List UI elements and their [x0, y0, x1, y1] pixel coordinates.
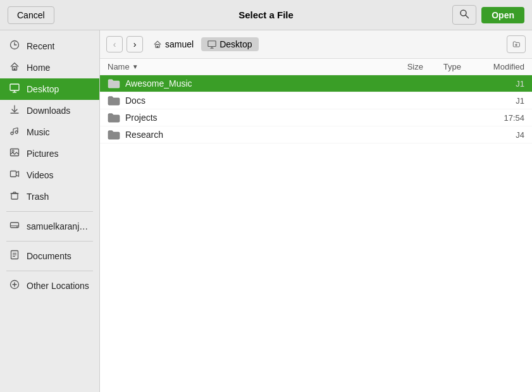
videos-icon: [9, 169, 20, 181]
main-container: Recent Home Desktop Downloads Music: [0, 30, 532, 392]
sidebar-separator-3: [6, 271, 93, 271]
sidebar-item-pictures-label: Pictures: [27, 149, 59, 159]
svg-rect-36: [157, 46, 159, 48]
column-type[interactable]: Type: [423, 62, 461, 71]
plus-icon: [9, 279, 20, 292]
svg-rect-6: [14, 68, 16, 70]
breadcrumb-home[interactable]: samuel: [147, 37, 200, 51]
file-rows-container: Awesome_Music J1 Docs J1 Projects 17:54: [100, 75, 532, 144]
sidebar-item-documents-label: Documents: [27, 251, 71, 261]
header-left: Cancel: [8, 6, 54, 24]
table-row[interactable]: Projects 17:54: [100, 109, 532, 126]
sidebar-item-videos[interactable]: Videos: [0, 164, 99, 186]
file-name: Projects: [125, 113, 158, 123]
column-modified[interactable]: Modified: [461, 62, 524, 71]
sidebar-item-other-locations-label: Other Locations: [27, 281, 89, 291]
dialog-title: Select a File: [238, 9, 294, 20]
file-name: Docs: [125, 95, 145, 106]
sidebar-item-desktop-label: Desktop: [27, 84, 59, 94]
toolbar: ‹ › samuel Desktop: [100, 30, 532, 59]
table-row[interactable]: Docs J1: [100, 92, 532, 109]
desktop-breadcrumb-icon: [207, 40, 216, 49]
file-name: Research: [125, 130, 163, 140]
sidebar-item-music[interactable]: Music: [0, 121, 99, 143]
home-breadcrumb-icon: [153, 40, 162, 49]
file-modified: J1: [461, 96, 524, 106]
svg-point-18: [12, 150, 14, 152]
new-folder-icon: [512, 39, 520, 50]
sidebar-item-recent-label: Recent: [27, 41, 54, 51]
open-button[interactable]: Open: [481, 7, 524, 23]
sidebar-item-trash-label: Trash: [27, 192, 49, 202]
clock-icon: [9, 40, 20, 52]
sidebar-item-desktop[interactable]: Desktop: [0, 78, 99, 100]
file-list: Name ▼ Size Type Modified Awesome_Music: [100, 59, 532, 392]
content-area: ‹ › samuel Desktop: [100, 30, 532, 392]
sidebar-item-pictures[interactable]: Pictures: [0, 143, 99, 164]
header: Cancel Select a File Open: [0, 0, 532, 30]
svg-rect-37: [208, 41, 216, 47]
file-modified: 17:54: [461, 113, 524, 123]
sidebar-item-home-label: Home: [27, 63, 50, 73]
svg-rect-19: [11, 171, 16, 177]
file-name: Awesome_Music: [125, 78, 192, 89]
column-name-label: Name: [108, 62, 130, 71]
breadcrumb-home-label: samuel: [165, 39, 194, 49]
download-icon: [9, 104, 20, 117]
file-list-header: Name ▼ Size Type Modified: [100, 59, 532, 75]
svg-point-27: [16, 226, 18, 228]
svg-line-1: [466, 15, 469, 18]
column-size[interactable]: Size: [385, 62, 423, 71]
table-row[interactable]: Awesome_Music J1: [100, 75, 532, 92]
svg-rect-20: [11, 193, 18, 199]
sidebar-item-trash[interactable]: Trash: [0, 186, 99, 207]
file-name-cell: Research: [108, 130, 385, 140]
search-button[interactable]: [452, 5, 476, 25]
svg-rect-17: [11, 149, 19, 156]
sort-icon: ▼: [132, 63, 139, 70]
sidebar-item-documents[interactable]: Documents: [0, 245, 99, 267]
table-row[interactable]: Research J4: [100, 126, 532, 144]
toolbar-right: [507, 35, 526, 53]
file-modified: J1: [461, 79, 524, 89]
sidebar: Recent Home Desktop Downloads Music: [0, 30, 100, 392]
sidebar-item-recent[interactable]: Recent: [0, 35, 99, 57]
trash-icon: [9, 190, 20, 203]
sidebar-item-downloads[interactable]: Downloads: [0, 100, 99, 121]
folder-icon: [108, 113, 120, 123]
back-icon: ‹: [113, 39, 116, 49]
sidebar-item-other-locations[interactable]: Other Locations: [0, 275, 99, 297]
sidebar-item-downloads-label: Downloads: [27, 106, 70, 116]
breadcrumb-desktop[interactable]: Desktop: [201, 37, 258, 51]
new-folder-button[interactable]: [507, 35, 526, 53]
sidebar-item-drive-label: samuelkaranj…: [27, 221, 88, 231]
svg-line-16: [13, 128, 18, 129]
sidebar-item-home[interactable]: Home: [0, 57, 99, 78]
file-name-cell: Awesome_Music: [108, 78, 385, 89]
sidebar-item-drive[interactable]: samuelkaranj…: [0, 216, 99, 237]
pictures-icon: [9, 147, 20, 160]
folder-icon: [108, 95, 120, 106]
cancel-button[interactable]: Cancel: [8, 6, 54, 24]
svg-rect-7: [10, 84, 19, 90]
header-right: Open: [452, 5, 524, 25]
sidebar-item-videos-label: Videos: [27, 170, 54, 180]
column-name[interactable]: Name ▼: [108, 62, 385, 71]
search-icon: [459, 9, 469, 19]
desktop-icon: [9, 83, 20, 95]
column-modified-label: Modified: [493, 62, 524, 71]
column-type-label: Type: [443, 62, 461, 71]
sidebar-separator-1: [6, 211, 93, 212]
forward-button[interactable]: ›: [127, 36, 143, 52]
folder-icon: [108, 130, 120, 140]
file-modified: J4: [461, 130, 524, 140]
sidebar-separator-2: [6, 241, 93, 242]
drive-icon: [9, 220, 20, 233]
back-button[interactable]: ‹: [106, 36, 123, 52]
forward-icon: ›: [133, 39, 137, 49]
documents-icon: [9, 250, 20, 262]
column-size-label: Size: [407, 62, 423, 71]
music-icon: [9, 126, 20, 138]
breadcrumb-desktop-label: Desktop: [220, 39, 252, 49]
folder-icon: [108, 78, 120, 89]
